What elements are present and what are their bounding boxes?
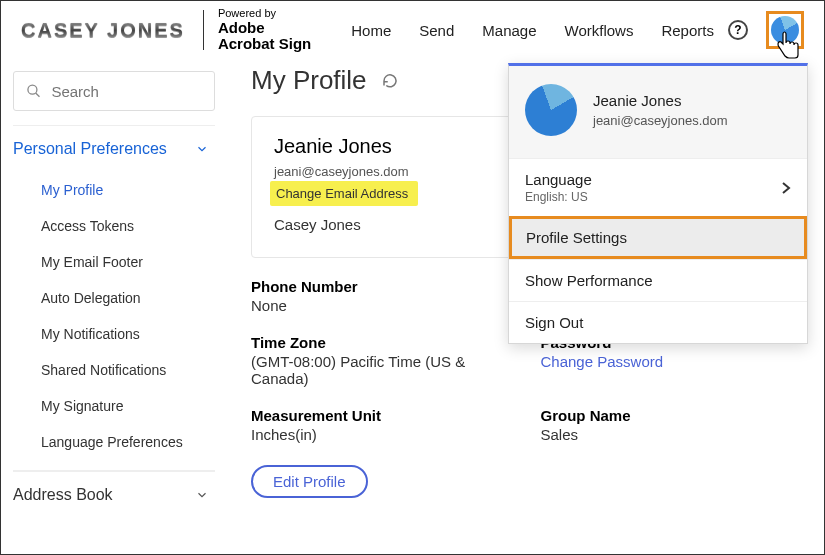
avatar-highlight xyxy=(766,11,804,49)
dropdown-show-performance[interactable]: Show Performance xyxy=(509,259,807,301)
change-password-link[interactable]: Change Password xyxy=(541,353,801,370)
dropdown-user-email: jeani@caseyjones.dom xyxy=(593,113,728,128)
chevron-right-icon xyxy=(781,181,791,195)
page-title: My Profile xyxy=(251,65,367,96)
sidebar-item-my-profile[interactable]: My Profile xyxy=(13,172,215,208)
dropdown-profile-settings[interactable]: Profile Settings xyxy=(509,216,807,259)
powered-brand2: Acrobat Sign xyxy=(218,36,311,53)
edit-profile-button[interactable]: Edit Profile xyxy=(251,465,368,498)
sidebar-section-preferences: Personal Preferences My Profile Access T… xyxy=(13,125,215,471)
dropdown-language[interactable]: Language English: US xyxy=(509,158,807,216)
timezone-block: Time Zone (GMT-08:00) Pacific Time (US &… xyxy=(251,334,511,387)
dropdown-avatar xyxy=(525,84,577,136)
dropdown-sign-out[interactable]: Sign Out xyxy=(509,301,807,343)
app-header: CASEY JONES Powered by Adobe Acrobat Sig… xyxy=(1,1,824,59)
powered-brand1: Adobe xyxy=(218,20,311,37)
search-input[interactable] xyxy=(51,83,202,100)
brand-logo: CASEY JONES xyxy=(21,19,185,42)
dropdown-user-block: Jeanie Jones jeani@caseyjones.dom xyxy=(509,66,807,158)
nav-send[interactable]: Send xyxy=(419,22,454,39)
phone-label: Phone Number xyxy=(251,278,511,295)
timezone-label: Time Zone xyxy=(251,334,511,351)
user-dropdown: Jeanie Jones jeani@caseyjones.dom Langua… xyxy=(508,63,808,344)
sidebar-item-language-preferences[interactable]: Language Preferences xyxy=(13,424,215,460)
dropdown-language-value: English: US xyxy=(525,190,588,204)
section-header-preferences[interactable]: Personal Preferences xyxy=(13,126,215,172)
svg-line-1 xyxy=(36,93,40,97)
dropdown-sign-out-label: Sign Out xyxy=(525,314,583,331)
sidebar-item-my-notifications[interactable]: My Notifications xyxy=(13,316,215,352)
sidebar-item-email-footer[interactable]: My Email Footer xyxy=(13,244,215,280)
unit-value: Inches(in) xyxy=(251,426,511,443)
refresh-icon[interactable] xyxy=(381,72,399,90)
chevron-down-icon xyxy=(195,488,209,502)
nav-home[interactable]: Home xyxy=(351,22,391,39)
dropdown-user-text: Jeanie Jones jeani@caseyjones.dom xyxy=(593,92,728,128)
user-avatar[interactable] xyxy=(771,16,799,44)
dropdown-user-name: Jeanie Jones xyxy=(593,92,728,109)
change-email-link[interactable]: Change Email Address xyxy=(270,181,418,206)
help-icon[interactable]: ? xyxy=(728,20,748,40)
section-header-addressbook[interactable]: Address Book xyxy=(13,471,215,518)
addressbook-title: Address Book xyxy=(13,486,113,504)
sidebar-items: My Profile Access Tokens My Email Footer… xyxy=(13,172,215,470)
group-block: Group Name Sales xyxy=(541,407,801,443)
sidebar-item-my-signature[interactable]: My Signature xyxy=(13,388,215,424)
main-nav: Home Send Manage Workflows Reports xyxy=(351,22,714,39)
header-right: ? xyxy=(728,11,804,49)
nav-reports[interactable]: Reports xyxy=(661,22,714,39)
phone-value: None xyxy=(251,297,511,314)
dropdown-language-label: Language xyxy=(525,171,592,188)
sidebar-item-access-tokens[interactable]: Access Tokens xyxy=(13,208,215,244)
sidebar-item-shared-notifications[interactable]: Shared Notifications xyxy=(13,352,215,388)
group-value: Sales xyxy=(541,426,801,443)
group-label: Group Name xyxy=(541,407,801,424)
dropdown-profile-settings-label: Profile Settings xyxy=(526,229,627,246)
powered-by: Powered by Adobe Acrobat Sign xyxy=(218,7,311,52)
section-title: Personal Preferences xyxy=(13,140,167,158)
sidebar-item-auto-delegation[interactable]: Auto Delegation xyxy=(13,280,215,316)
search-box[interactable] xyxy=(13,71,215,111)
search-icon xyxy=(26,82,41,100)
sidebar: Personal Preferences My Profile Access T… xyxy=(1,59,227,554)
nav-manage[interactable]: Manage xyxy=(482,22,536,39)
unit-block: Measurement Unit Inches(in) xyxy=(251,407,511,443)
timezone-value: (GMT-08:00) Pacific Time (US & Canada) xyxy=(251,353,511,387)
dropdown-show-performance-label: Show Performance xyxy=(525,272,653,289)
phone-block: Phone Number None xyxy=(251,278,511,314)
powered-label: Powered by xyxy=(218,7,311,19)
header-divider xyxy=(203,10,204,50)
nav-workflows[interactable]: Workflows xyxy=(565,22,634,39)
svg-point-0 xyxy=(28,85,37,94)
unit-label: Measurement Unit xyxy=(251,407,511,424)
chevron-up-icon xyxy=(195,142,209,156)
